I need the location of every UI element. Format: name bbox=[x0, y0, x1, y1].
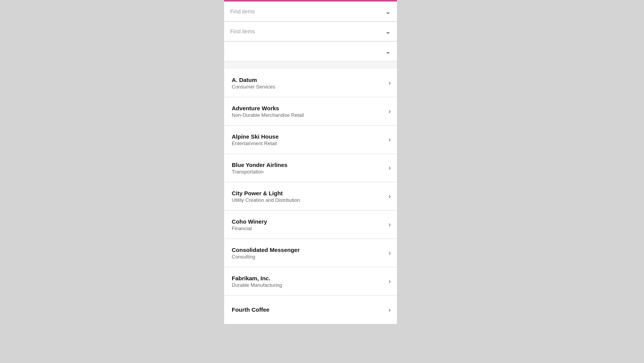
item-chevron: › bbox=[389, 136, 391, 144]
main-container: Find items ⌄ Find items ⌄ ⌄ A. Datum Con… bbox=[224, 0, 397, 324]
item-subtitle: Non-Durable Merchandise Retail bbox=[232, 112, 385, 118]
list-item-content: A. Datum Consumer Services bbox=[232, 77, 385, 90]
item-chevron: › bbox=[389, 249, 391, 257]
item-name: Coho Winery bbox=[232, 218, 385, 225]
item-subtitle: Entertainment Retail bbox=[232, 141, 385, 146]
list-item-content: Adventure Works Non-Durable Merchandise … bbox=[232, 105, 385, 118]
filter-1-chevron: ⌄ bbox=[385, 7, 391, 16]
item-name: Consolidated Messenger bbox=[232, 247, 385, 253]
item-chevron: › bbox=[389, 192, 391, 200]
item-chevron: › bbox=[389, 306, 391, 314]
item-name: Fourth Coffee bbox=[232, 306, 385, 313]
item-name: Adventure Works bbox=[232, 105, 385, 111]
item-name: Blue Yonder Airlines bbox=[232, 162, 385, 168]
item-subtitle: Transportation bbox=[232, 169, 385, 175]
item-chevron: › bbox=[389, 221, 391, 229]
item-name: A. Datum bbox=[232, 77, 385, 83]
item-subtitle: Utility Creation and Distribution bbox=[232, 197, 385, 203]
list-item[interactable]: Fourth Coffee › bbox=[224, 296, 397, 324]
list-item[interactable]: Adventure Works Non-Durable Merchandise … bbox=[224, 97, 397, 126]
item-subtitle: Financial bbox=[232, 226, 385, 231]
list-item[interactable]: Blue Yonder Airlines Transportation › bbox=[224, 154, 397, 182]
item-name: Alpine Ski House bbox=[232, 133, 385, 140]
item-chevron: › bbox=[389, 79, 391, 87]
filter-3-chevron: ⌄ bbox=[385, 47, 391, 56]
filter-dropdown-2[interactable]: Find items ⌄ bbox=[224, 21, 397, 41]
list-item-content: City Power & Light Utility Creation and … bbox=[232, 190, 385, 203]
list-item[interactable]: Consolidated Messenger Consulting › bbox=[224, 239, 397, 267]
accounts-list: A. Datum Consumer Services › Adventure W… bbox=[224, 69, 397, 324]
list-item[interactable]: Fabrikam, Inc. Durable Manufacturing › bbox=[224, 267, 397, 296]
list-item-content: Blue Yonder Airlines Transportation bbox=[232, 162, 385, 175]
filter-2-chevron: ⌄ bbox=[385, 27, 391, 36]
filter-2-label: Find items bbox=[230, 28, 255, 34]
item-chevron: › bbox=[389, 277, 391, 285]
spacer bbox=[224, 61, 397, 69]
item-name: Fabrikam, Inc. bbox=[232, 275, 385, 281]
list-item-content: Alpine Ski House Entertainment Retail bbox=[232, 133, 385, 146]
item-name: City Power & Light bbox=[232, 190, 385, 196]
list-item-content: Consolidated Messenger Consulting bbox=[232, 247, 385, 260]
filter-1-label: Find items bbox=[230, 8, 255, 15]
list-item[interactable]: Coho Winery Financial › bbox=[224, 211, 397, 239]
list-item-content: Fabrikam, Inc. Durable Manufacturing bbox=[232, 275, 385, 288]
item-subtitle: Durable Manufacturing bbox=[232, 282, 385, 288]
item-chevron: › bbox=[389, 107, 391, 115]
list-item-content: Coho Winery Financial bbox=[232, 218, 385, 231]
filter-dropdown-3[interactable]: ⌄ bbox=[224, 41, 397, 61]
list-item[interactable]: A. Datum Consumer Services › bbox=[224, 69, 397, 97]
list-item-content: Fourth Coffee bbox=[232, 306, 385, 314]
item-subtitle: Consumer Services bbox=[232, 84, 385, 90]
filter-dropdown-1[interactable]: Find items ⌄ bbox=[224, 2, 397, 21]
item-chevron: › bbox=[389, 164, 391, 172]
list-item[interactable]: Alpine Ski House Entertainment Retail › bbox=[224, 126, 397, 154]
item-subtitle: Consulting bbox=[232, 254, 385, 260]
list-item[interactable]: City Power & Light Utility Creation and … bbox=[224, 182, 397, 211]
